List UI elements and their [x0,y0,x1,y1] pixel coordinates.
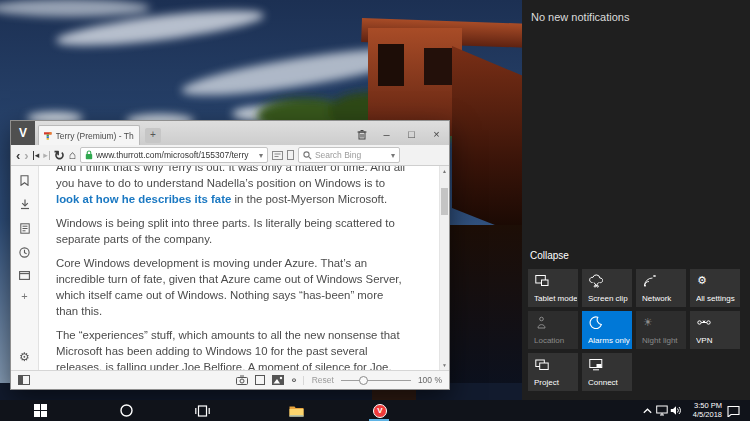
browser-statusbar: ‹› | Reset 100 % [11,370,449,389]
project-icon [535,358,549,371]
network-tray-icon [656,405,668,416]
reload-button[interactable]: ↻ [54,148,65,163]
search-icon [303,151,312,160]
minimize-button[interactable]: – [374,123,399,145]
start-button[interactable] [31,400,49,421]
thurrott-favicon [44,131,52,141]
page-scrollbar[interactable]: ▲ ▼ [439,166,449,370]
vivaldi-menu-button[interactable]: V [11,121,35,145]
new-tab-button[interactable]: + [145,128,161,143]
zoom-level-value: 100 % [418,375,442,385]
url-field[interactable]: www.thurrott.com/microsoft/155307/terry … [80,147,268,163]
vivaldi-taskbar-button[interactable]: V [371,400,389,421]
vivaldi-icon: V [373,404,387,418]
zoom-reset-button[interactable]: Reset [312,375,334,385]
settings-gear-icon[interactable]: ⚙ [19,350,30,364]
page-tiling-icon[interactable] [255,375,265,385]
bookmarks-icon[interactable] [20,175,29,186]
notes-icon[interactable] [20,223,30,234]
file-explorer-icon [289,405,304,417]
tile-alarms-only[interactable]: Alarms only [582,311,632,349]
downloads-icon[interactable] [20,199,30,210]
clock-date: 4/5/2018 [680,411,722,420]
network-tray-button[interactable] [654,400,669,421]
connect-icon [589,358,603,371]
scrollbar-thumb[interactable] [441,188,448,215]
moon-icon [589,316,602,329]
rewind-button[interactable]: ◂ [33,151,40,160]
back-button[interactable]: ‹ [16,149,20,162]
article-paragraph: Core Windows development is moving under… [56,255,406,319]
history-icon[interactable] [19,247,30,258]
vivaldi-side-panel: + ⚙ [11,166,39,370]
cortana-circle-icon [120,404,133,417]
page-actions-icon[interactable] [287,150,294,160]
article-paragraph: And I think that’s why Terry is out. It … [56,166,406,207]
window-panel-icon[interactable] [19,271,30,280]
taskbar-clock[interactable]: 3:50 PM 4/5/2018 [680,402,722,419]
toggle-images-icon[interactable] [272,375,284,385]
tile-all-settings[interactable]: ⚙ All settings [690,269,740,307]
browser-addressbar: ‹ › ◂ ▸ ↻ ⌂ www.thurrott.com/microsoft/1… [11,145,449,166]
maximize-button[interactable]: □ [399,123,424,145]
tile-location[interactable]: Location [528,311,578,349]
tile-network[interactable]: Network [636,269,686,307]
scroll-down-arrow[interactable]: ▼ [440,362,449,368]
tile-screen-clip[interactable]: Screen clip [582,269,632,307]
taskbar: V 3:50 PM 4/5/2018 [0,400,750,421]
task-view-button[interactable] [193,400,211,421]
browser-window: V Terry (Premium) - Thurrott.c + [10,120,450,390]
desktop: { "browser": { "app_button_label": "V", … [0,0,750,421]
article-paragraph: Windows is being split into three parts.… [56,215,406,247]
browser-titlebar: V Terry (Premium) - Thurrott.c + [11,121,449,145]
settings-gear-icon: ⚙ [697,274,711,288]
tray-overflow-button[interactable] [640,400,654,421]
file-explorer-button[interactable] [287,400,305,421]
location-icon [535,316,548,329]
article-page: And I think that’s why Terry is out. It … [39,166,439,370]
reader-view-icon[interactable] [272,151,283,160]
tile-project[interactable]: Project [528,353,578,391]
chevron-up-icon [643,408,652,414]
quick-actions-grid: Tablet mode Screen clip [528,269,740,391]
network-icon [643,274,657,287]
action-center-icon [727,405,740,417]
scroll-up-arrow[interactable]: ▲ [440,168,449,174]
trash-closed-tabs-button[interactable] [349,123,374,145]
search-placeholder: Search Bing [315,150,388,160]
screen-clip-icon [589,274,603,288]
windows-logo-icon [34,404,47,417]
url-text: www.thurrott.com/microsoft/155307/terry [96,150,256,160]
article-paragraph: The “experiences” stuff, which amounts t… [56,327,406,370]
tile-vpn[interactable]: VPN [690,311,740,349]
article-link[interactable]: look at how he describes its fate [56,193,231,205]
action-center-panel: No new notifications Collapse Tablet mod… [522,0,750,400]
panel-toggle-icon[interactable] [18,375,30,385]
action-center-button[interactable] [724,400,742,421]
close-button[interactable]: × [424,123,449,145]
task-view-icon [195,405,210,417]
search-engine-dropdown-icon[interactable]: ▾ [391,151,395,160]
url-dropdown-icon[interactable]: ▾ [259,151,263,160]
browser-tab[interactable]: Terry (Premium) - Thurrott.c [38,125,140,145]
page-actions-code-icon[interactable]: ‹› [291,375,295,385]
forward-button[interactable]: › [24,149,28,162]
night-light-icon: ☀ [643,316,657,330]
fast-forward-button[interactable]: ▸ [43,151,50,160]
tablet-mode-icon [535,274,549,287]
collapse-link[interactable]: Collapse [530,250,569,261]
tile-connect[interactable]: Connect [582,353,632,391]
tile-night-light[interactable]: ☀ Night light [636,311,686,349]
vpn-icon [697,316,711,329]
tile-tablet-mode[interactable]: Tablet mode [528,269,578,307]
trash-icon [357,129,367,140]
article-text: And I think that’s why Terry is out. It … [56,166,406,370]
capture-camera-icon[interactable] [236,375,248,385]
zoom-slider[interactable] [341,376,411,385]
secure-padlock-icon [85,150,93,160]
cortana-search-button[interactable] [117,400,135,421]
search-field[interactable]: Search Bing ▾ [298,147,400,163]
zoom-slider-knob[interactable] [359,376,368,385]
home-button[interactable]: ⌂ [69,148,76,162]
add-web-panel-button[interactable]: + [21,293,27,299]
